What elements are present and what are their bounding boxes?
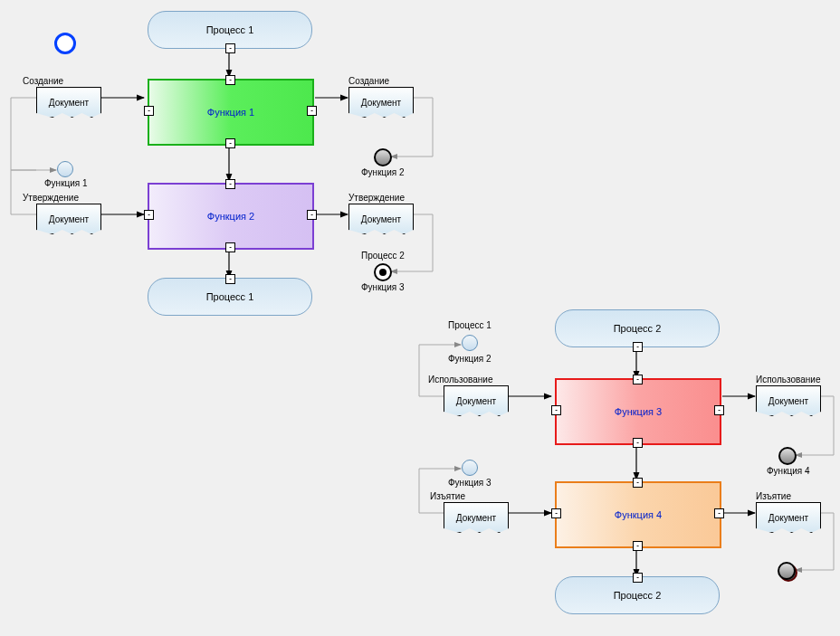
indicator-end[interactable]	[778, 562, 796, 580]
collapse-handle[interactable]: -	[633, 375, 643, 384]
label-func3-g2: Функция 3	[448, 478, 492, 488]
collapse-handle[interactable]: -	[633, 573, 643, 583]
label-proc1-g2: Процесс 1	[448, 320, 492, 330]
collapse-handle[interactable]: -	[144, 106, 154, 116]
document-approval-left[interactable]: Документ	[36, 204, 101, 234]
function-label: Функция 2	[207, 211, 254, 222]
indicator-func1[interactable]	[57, 161, 73, 177]
collapse-handle[interactable]: -	[633, 541, 643, 551]
collapse-handle[interactable]: -	[551, 405, 561, 415]
indicator-func3-end[interactable]	[374, 263, 392, 281]
function-2-box[interactable]: Функция 2	[148, 183, 314, 250]
label-withdrawal-left: Изъятие	[430, 491, 465, 501]
label-func1: Функция 1	[44, 178, 88, 188]
function-label: Функция 1	[207, 107, 254, 118]
collapse-handle[interactable]: -	[144, 210, 154, 220]
process-label: Процесс 1	[206, 291, 254, 302]
document-usage-right[interactable]: Документ	[756, 385, 821, 416]
collapse-handle[interactable]: -	[225, 179, 235, 189]
collapse-handle[interactable]: -	[307, 106, 317, 116]
label-withdrawal-right: Изъятие	[756, 491, 791, 501]
collapse-handle[interactable]: -	[633, 478, 643, 488]
label-creation-left: Создание	[23, 76, 63, 86]
document-usage-left[interactable]: Документ	[444, 385, 509, 416]
collapse-handle[interactable]: -	[307, 210, 317, 220]
document-withdrawal-right[interactable]: Документ	[756, 502, 821, 533]
label-approval-right: Утверждение	[348, 193, 405, 203]
label-approval-left: Утверждение	[23, 193, 79, 203]
function-label: Функция 3	[615, 406, 662, 417]
process-label: Процесс 2	[614, 323, 662, 334]
indicator-func2[interactable]	[374, 148, 392, 166]
indicator-func3-g2[interactable]	[462, 460, 478, 476]
start-indicator[interactable]	[54, 33, 76, 54]
document-creation-left[interactable]: Документ	[36, 87, 101, 118]
label-func2: Функция 2	[361, 167, 405, 177]
collapse-handle[interactable]: -	[225, 242, 235, 252]
collapse-handle[interactable]: -	[633, 342, 643, 352]
label-func4: Функция 4	[767, 466, 810, 476]
label-usage-right: Использование	[756, 375, 820, 384]
label-usage-left: Использование	[428, 375, 492, 384]
document-creation-right[interactable]: Документ	[348, 87, 414, 118]
function-label: Функция 4	[615, 509, 662, 520]
collapse-handle[interactable]: -	[225, 75, 235, 85]
indicator-func2-g2[interactable]	[462, 335, 478, 351]
label-func3-g1: Функция 3	[361, 282, 405, 292]
collapse-handle[interactable]: -	[633, 438, 643, 448]
function-4-box[interactable]: Функция 4	[555, 481, 721, 548]
collapse-handle[interactable]: -	[714, 405, 724, 415]
indicator-func4[interactable]	[778, 447, 797, 465]
collapse-handle[interactable]: -	[714, 508, 724, 518]
function-1-box[interactable]: Функция 1	[148, 79, 314, 146]
process-label: Процесс 2	[614, 590, 662, 601]
document-withdrawal-left[interactable]: Документ	[444, 502, 509, 533]
collapse-handle[interactable]: -	[225, 274, 235, 284]
collapse-handle[interactable]: -	[551, 508, 561, 518]
label-creation-right: Создание	[348, 76, 389, 86]
collapse-handle[interactable]: -	[225, 43, 235, 53]
label-func2-g2: Функция 2	[448, 354, 492, 364]
process-label: Процесс 1	[206, 24, 254, 35]
collapse-handle[interactable]: -	[225, 138, 235, 148]
label-proc2: Процесс 2	[361, 251, 405, 261]
document-approval-right[interactable]: Документ	[348, 204, 414, 234]
function-3-box[interactable]: Функция 3	[555, 378, 721, 445]
